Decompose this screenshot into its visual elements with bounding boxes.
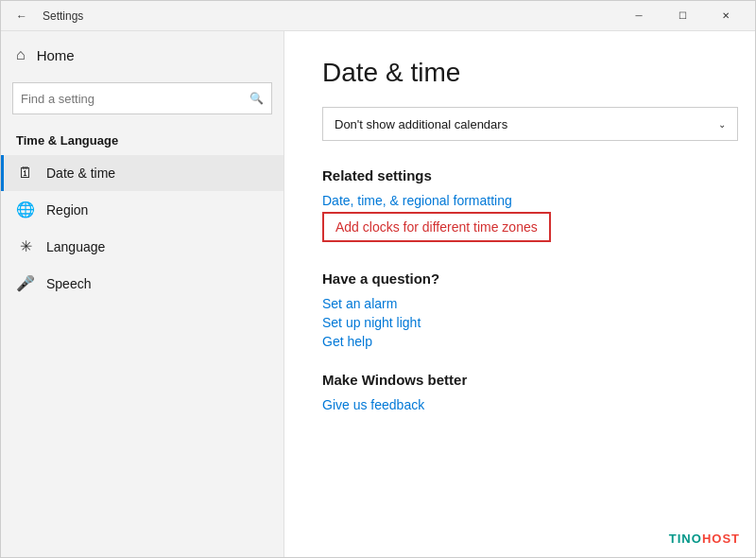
home-icon: ⌂	[16, 46, 26, 63]
sidebar-item-region[interactable]: 🌐 Region	[1, 191, 284, 228]
language-icon: ✳	[16, 237, 35, 255]
set-alarm-link[interactable]: Set an alarm	[322, 296, 717, 311]
make-windows-better-section: Make Windows better Give us feedback	[322, 372, 717, 412]
sidebar-item-speech-label: Speech	[46, 276, 91, 291]
watermark: TINOHOST	[669, 532, 740, 546]
have-question-section: Have a question? Set an alarm Set up nig…	[322, 270, 717, 349]
maximize-button[interactable]: ☐	[661, 1, 704, 31]
search-icon: 🔍	[249, 92, 264, 105]
calendar-dropdown[interactable]: Don't show additional calendars ⌄	[322, 107, 738, 141]
related-settings-heading: Related settings	[322, 167, 717, 183]
close-button[interactable]: ✕	[704, 1, 747, 31]
window-title: Settings	[43, 9, 83, 23]
sidebar-item-date-time-label: Date & time	[46, 166, 115, 181]
watermark-host: HOST	[702, 532, 740, 546]
page-title: Date & time	[322, 58, 717, 88]
regional-formatting-link[interactable]: Date, time, & regional formatting	[322, 193, 717, 208]
get-help-link[interactable]: Get help	[322, 334, 717, 349]
sidebar-section-title: Time & Language	[1, 126, 284, 155]
main-area: ⌂ Home 🔍 Time & Language 🗓 Date & time 🌐…	[1, 31, 755, 557]
night-light-link[interactable]: Set up night light	[322, 315, 717, 330]
add-clocks-link[interactable]: Add clocks for different time zones	[322, 212, 551, 242]
sidebar-item-speech[interactable]: 🎤 Speech	[1, 265, 284, 302]
related-settings-section: Related settings Date, time, & regional …	[322, 167, 717, 248]
dropdown-label: Don't show additional calendars	[335, 117, 507, 131]
give-feedback-link[interactable]: Give us feedback	[322, 397, 717, 412]
sidebar-home[interactable]: ⌂ Home	[1, 31, 284, 78]
content-area: Date & time Don't show additional calend…	[284, 31, 755, 557]
settings-window: ← Settings ─ ☐ ✕ ⌂ Home 🔍 Time & Languag…	[0, 0, 756, 558]
sidebar-item-language[interactable]: ✳ Language	[1, 228, 284, 265]
have-question-heading: Have a question?	[322, 270, 717, 287]
date-time-icon: 🗓	[16, 165, 35, 182]
speech-icon: 🎤	[16, 274, 35, 292]
title-bar-left: ← Settings	[9, 3, 617, 29]
sidebar: ⌂ Home 🔍 Time & Language 🗓 Date & time 🌐…	[1, 31, 284, 557]
search-box: 🔍	[12, 82, 272, 114]
watermark-tino: TINO	[669, 532, 702, 546]
minimize-button[interactable]: ─	[617, 1, 661, 31]
sidebar-item-region-label: Region	[46, 202, 88, 218]
sidebar-item-language-label: Language	[46, 239, 105, 254]
back-button[interactable]: ←	[9, 3, 35, 29]
region-icon: 🌐	[16, 201, 35, 218]
home-label: Home	[37, 47, 75, 63]
title-bar: ← Settings ─ ☐ ✕	[1, 1, 755, 31]
search-input[interactable]	[21, 92, 249, 106]
sidebar-item-date-time[interactable]: 🗓 Date & time	[1, 155, 284, 191]
make-windows-better-heading: Make Windows better	[322, 372, 717, 388]
window-controls: ─ ☐ ✕	[617, 1, 747, 31]
dropdown-arrow-icon: ⌄	[718, 119, 726, 130]
